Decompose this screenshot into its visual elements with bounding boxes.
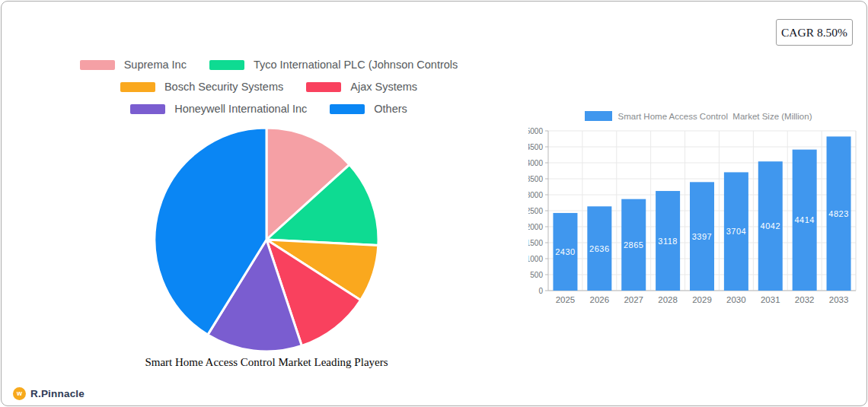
y-tick-label: 0 [538,287,543,295]
cagr-badge: CAGR 8.50% [776,19,853,46]
bar-value-label: 3397 [692,232,712,241]
x-tick-label: 2028 [658,295,678,304]
bar-legend[interactable]: Smart Home Access Control Market Size (M… [528,111,867,121]
y-tick-label: 2500 [528,207,543,215]
x-tick-label: 2032 [795,295,815,304]
y-tick-label: 2000 [528,223,543,231]
pie-legend-swatch [330,104,365,114]
brand-logo-icon: w [13,387,26,400]
x-tick-label: 2026 [590,295,610,304]
pie-legend-label: Suprema Inc [124,58,187,72]
y-tick-label: 1000 [528,255,543,263]
report-card: CAGR 8.50% Suprema IncTyco International… [1,1,867,406]
pie-chart-title: Smart Home Access Control Market Leading… [76,356,457,369]
pie-legend-swatch [80,60,115,70]
pie-legend-label: Ajax Systems [350,80,417,94]
bar-value-label: 4042 [761,221,780,231]
x-tick-label: 2029 [692,295,712,304]
bar-chart: 0500100015002000250030003500400045005000… [528,122,867,313]
pie-legend-swatch [130,104,165,114]
pie-legend-swatch [209,60,244,70]
pie-legend-swatch [306,82,341,92]
pie-legend-item[interactable]: Bosch Security Systems [120,80,283,94]
y-tick-label: 4000 [528,159,543,167]
brand-logo: w R.Pinnacle [13,387,85,400]
x-tick-label: 2030 [726,295,746,304]
pie-legend-item[interactable]: Ajax Systems [306,80,417,94]
x-tick-label: 2027 [624,295,643,304]
pie-legend-item[interactable]: Suprema Inc [80,58,187,72]
y-tick-label: 5000 [528,127,543,135]
pie-legend: Suprema IncTyco International PLC (Johns… [43,58,494,116]
bar-legend-label: Smart Home Access Control Market Size (M… [618,112,812,121]
pie-chart [152,126,381,354]
bar-value-label: 2430 [555,247,575,256]
y-tick-label: 500 [530,271,543,279]
bar-value-label: 3704 [726,227,746,236]
pie-legend-label: Honeywell International Inc [174,102,307,116]
bar-legend-swatch [585,111,612,121]
pie-legend-label: Bosch Security Systems [164,80,283,94]
x-tick-label: 2025 [556,295,576,304]
pie-legend-label: Others [374,102,407,116]
bar-value-label: 3118 [658,237,678,246]
bar-value-label: 2865 [624,240,643,250]
y-tick-label: 4500 [528,143,543,151]
x-tick-label: 2033 [829,295,849,304]
y-tick-label: 3000 [528,191,543,199]
pie-legend-item[interactable]: Honeywell International Inc [130,102,307,116]
y-tick-label: 3500 [528,175,543,183]
x-tick-label: 2031 [761,295,780,304]
pie-legend-swatch [120,82,155,92]
brand-logo-text: R.Pinnacle [30,388,85,399]
pie-legend-item[interactable]: Others [330,102,407,116]
pie-legend-item[interactable]: Tyco International PLC (Johnson Controls [209,58,458,72]
pie-legend-label: Tyco International PLC (Johnson Controls [254,58,458,72]
bar-value-label: 4823 [828,209,848,218]
y-tick-label: 1500 [528,239,543,247]
bar-value-label: 4414 [794,215,814,224]
bar-value-label: 2636 [589,244,609,253]
